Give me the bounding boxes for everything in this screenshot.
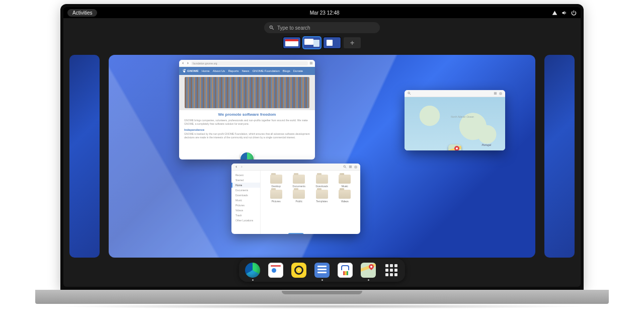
desktop-screen: Activities Mar 23 12:48 Type to search + bbox=[63, 7, 581, 287]
power-icon bbox=[571, 10, 577, 16]
workspace-thumb-2[interactable] bbox=[303, 37, 320, 48]
url-bar[interactable]: foundation.gnome.org bbox=[191, 61, 308, 65]
laptop-shadow bbox=[55, 304, 589, 309]
hamburger-icon[interactable] bbox=[349, 165, 352, 169]
activities-button[interactable]: Activities bbox=[67, 9, 97, 17]
svg-point-0 bbox=[270, 26, 272, 28]
show-applications-button[interactable] bbox=[383, 262, 400, 279]
back-icon[interactable] bbox=[234, 165, 238, 169]
window-app-icon bbox=[240, 152, 254, 159]
folder-item[interactable]: Downloads bbox=[311, 175, 333, 188]
hero-image bbox=[179, 75, 315, 110]
network-icon bbox=[552, 10, 557, 16]
top-bar: Activities Mar 23 12:48 bbox=[63, 7, 581, 18]
sidebar-item[interactable]: Starred bbox=[231, 178, 260, 183]
screen-bezel: Activities Mar 23 12:48 Type to search + bbox=[60, 4, 584, 290]
dock-app-web[interactable] bbox=[244, 262, 261, 279]
search-icon[interactable] bbox=[408, 92, 411, 95]
gnome-foot-icon bbox=[182, 69, 186, 73]
dock-app-files[interactable] bbox=[313, 262, 331, 279]
folder-icon bbox=[339, 175, 351, 184]
window-web-browser[interactable]: foundation.gnome.org GNOME Home About Us… bbox=[179, 60, 315, 159]
sidebar-item[interactable]: Music bbox=[231, 198, 260, 203]
workspace-add-button[interactable]: + bbox=[344, 37, 361, 48]
browser-toolbar: foundation.gnome.org bbox=[179, 60, 315, 67]
nav-link[interactable]: About Us bbox=[213, 69, 225, 72]
site-nav: GNOME Home About Us Reports News GNOME F… bbox=[179, 67, 315, 75]
sidebar-item[interactable]: Other Locations bbox=[231, 218, 260, 223]
dock-app-software[interactable] bbox=[337, 262, 354, 279]
sidebar-item[interactable]: Videos bbox=[231, 208, 260, 213]
hamburger-icon[interactable] bbox=[494, 92, 497, 95]
folder-icon bbox=[316, 190, 328, 199]
dock-app-music[interactable] bbox=[290, 262, 307, 279]
forward-icon[interactable] bbox=[240, 165, 244, 169]
sidebar-item[interactable]: Home bbox=[231, 183, 260, 188]
folder-item[interactable]: Desktop bbox=[266, 175, 287, 188]
search-placeholder: Type to search bbox=[277, 25, 310, 31]
search-icon bbox=[269, 25, 274, 30]
back-icon[interactable] bbox=[181, 61, 185, 65]
nav-link[interactable]: Home bbox=[202, 69, 210, 72]
page-paragraph: GNOME brings companies, volunteers, prof… bbox=[179, 119, 315, 126]
site-brand: GNOME bbox=[182, 69, 199, 73]
workspace-thumb-3[interactable] bbox=[324, 37, 341, 48]
dock-app-calendar[interactable] bbox=[267, 262, 284, 279]
workspace-thumb-1[interactable] bbox=[283, 37, 300, 48]
sidebar-item[interactable]: Recent bbox=[231, 173, 260, 178]
svg-point-4 bbox=[408, 92, 410, 94]
workspace-current[interactable]: foundation.gnome.org GNOME Home About Us… bbox=[109, 55, 535, 258]
nav-link[interactable]: News bbox=[242, 69, 249, 72]
window-app-icon bbox=[448, 144, 461, 150]
nav-link[interactable]: GNOME Foundation bbox=[252, 69, 279, 72]
overview-search[interactable]: Type to search bbox=[264, 22, 380, 33]
nav-link[interactable]: Reports bbox=[228, 69, 238, 72]
dock-app-maps[interactable] bbox=[360, 262, 377, 279]
laptop-base bbox=[35, 290, 609, 304]
window-caption: Home Files bbox=[288, 233, 304, 234]
window-maps[interactable]: North Atlantic Ocean Portugal bbox=[405, 90, 505, 150]
clock[interactable]: Mar 23 12:48 bbox=[310, 10, 340, 16]
map-canvas[interactable]: North Atlantic Ocean Portugal bbox=[405, 97, 505, 150]
folder-item[interactable]: Videos bbox=[335, 190, 356, 203]
sidebar-item[interactable]: Documents bbox=[231, 188, 260, 193]
maps-header bbox=[405, 90, 505, 97]
window-files[interactable]: Recent Starred Home Documents Downloads … bbox=[231, 164, 360, 234]
nav-link[interactable]: Donate bbox=[293, 69, 303, 72]
svg-point-3 bbox=[183, 70, 183, 70]
grid-icon bbox=[385, 264, 397, 276]
window-close-icon[interactable] bbox=[499, 92, 502, 95]
folder-icon bbox=[270, 190, 282, 199]
workspace-thumbnails: + bbox=[283, 37, 361, 48]
folder-icon bbox=[293, 190, 305, 199]
folder-item[interactable]: Templates bbox=[311, 190, 333, 203]
svg-point-2 bbox=[183, 69, 184, 70]
folder-item[interactable]: Public bbox=[289, 190, 310, 203]
svg-point-5 bbox=[344, 166, 346, 168]
page-paragraph: GNOME is backed by the non-profit GNOME … bbox=[179, 132, 315, 139]
map-label: North Atlantic Ocean bbox=[451, 115, 474, 118]
workspace-peek-right[interactable] bbox=[544, 55, 575, 258]
files-sidebar: Recent Starred Home Documents Downloads … bbox=[231, 171, 261, 234]
nav-link[interactable]: Blogs bbox=[283, 69, 290, 72]
forward-icon[interactable] bbox=[186, 61, 190, 65]
folder-item[interactable]: Music bbox=[335, 175, 356, 188]
sidebar-item[interactable]: Trash bbox=[231, 213, 260, 218]
volume-icon bbox=[561, 10, 567, 16]
svg-point-1 bbox=[184, 69, 185, 70]
folder-item[interactable]: Documents bbox=[289, 175, 310, 188]
dash-dock bbox=[239, 259, 405, 282]
folder-icon bbox=[270, 175, 282, 184]
window-close-icon[interactable] bbox=[354, 166, 357, 169]
folder-item[interactable]: Pictures bbox=[266, 190, 287, 203]
status-area[interactable] bbox=[552, 10, 577, 16]
files-grid: Desktop Documents Downloads Music Pictur… bbox=[261, 171, 360, 234]
folder-icon bbox=[293, 175, 305, 184]
laptop-frame: Activities Mar 23 12:48 Type to search + bbox=[60, 4, 584, 309]
workspace-peek-left[interactable] bbox=[69, 55, 100, 258]
map-label: Portugal bbox=[481, 143, 491, 146]
sidebar-item[interactable]: Downloads bbox=[231, 193, 260, 198]
hamburger-icon[interactable] bbox=[309, 61, 313, 65]
sidebar-item[interactable]: Pictures bbox=[231, 203, 260, 208]
search-icon[interactable] bbox=[343, 165, 347, 169]
